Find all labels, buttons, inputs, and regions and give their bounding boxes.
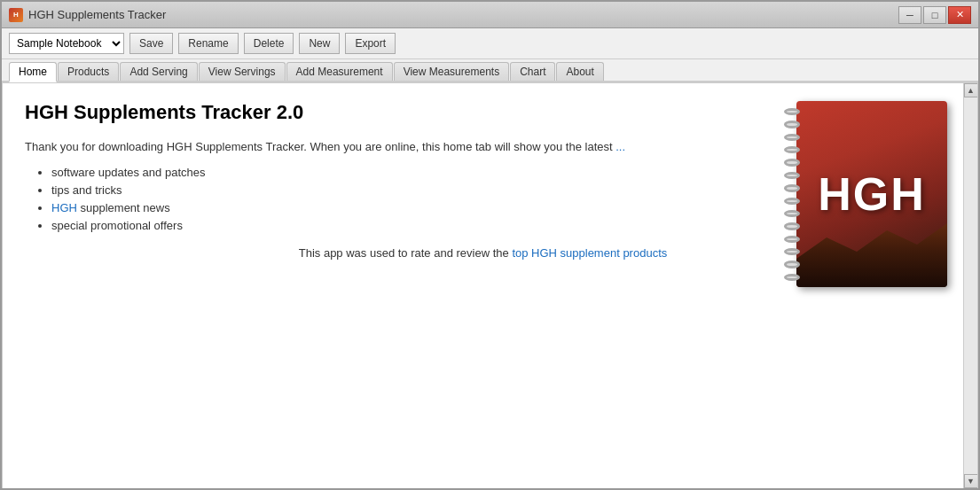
spiral-ring — [784, 184, 800, 191]
tab-home[interactable]: Home — [9, 62, 57, 82]
feature-text-4: special promotional offers — [51, 219, 183, 232]
book-terrain — [796, 216, 947, 287]
delete-button[interactable]: Delete — [244, 33, 294, 54]
notebook-logo: HGH — [782, 101, 946, 287]
spiral-ring — [784, 261, 800, 268]
spiral-ring — [784, 108, 800, 115]
spiral-ring — [784, 159, 800, 166]
rename-button[interactable]: Rename — [178, 33, 238, 54]
spiral-container — [782, 108, 802, 281]
spiral-ring — [784, 274, 800, 281]
spiral-ring — [784, 172, 800, 179]
logo-area: HGH — [782, 101, 951, 287]
minimize-button[interactable]: ─ — [898, 6, 921, 24]
content-area: HGH Supplements Tracker 2.0 Thank you fo… — [2, 82, 978, 489]
close-button[interactable]: ✕ — [948, 6, 971, 24]
tab-view-servings[interactable]: View Servings — [199, 62, 286, 81]
spiral-ring — [784, 198, 800, 205]
export-button[interactable]: Export — [345, 33, 396, 54]
feature-text-3: supplement news — [77, 201, 170, 214]
hgh-link[interactable]: HGH — [51, 201, 77, 214]
intro-ellipsis: ... — [615, 140, 625, 153]
save-button[interactable]: Save — [129, 33, 173, 54]
notebook-select[interactable]: Sample Notebook — [9, 33, 124, 54]
tab-add-serving[interactable]: Add Serving — [120, 62, 197, 81]
tab-about[interactable]: About — [556, 62, 603, 81]
spiral-ring — [784, 146, 800, 153]
app-icon: H — [9, 8, 23, 22]
window-title: HGH Supplements Tracker — [28, 8, 166, 21]
scroll-down-arrow[interactable]: ▼ — [964, 474, 978, 488]
bottom-prefix: This app was used to rate and review the — [299, 246, 513, 260]
tab-products[interactable]: Products — [58, 62, 119, 81]
feature-text-2: tips and tricks — [51, 183, 122, 197]
feature-text-1: software updates and patches — [51, 166, 205, 179]
spiral-ring — [784, 210, 800, 217]
spiral-ring — [784, 121, 800, 128]
scroll-track[interactable] — [964, 97, 977, 474]
new-button[interactable]: New — [299, 33, 340, 54]
maximize-button[interactable]: □ — [923, 6, 946, 24]
book-cover-text: HGH — [818, 167, 926, 221]
main-content: HGH Supplements Tracker 2.0 Thank you fo… — [3, 83, 963, 488]
title-bar-left: H HGH Supplements Tracker — [9, 8, 166, 22]
top-products-link[interactable]: top HGH supplement products — [512, 246, 667, 260]
spiral-ring — [784, 236, 800, 243]
spiral-ring — [784, 222, 800, 229]
scrollbar-right[interactable]: ▲ ▼ — [963, 83, 977, 488]
spiral-ring — [784, 134, 800, 141]
book-cover: HGH — [796, 101, 947, 287]
intro-line1: Thank you for downloading HGH Supplement… — [25, 140, 615, 153]
title-bar: H HGH Supplements Tracker ─ □ ✕ — [2, 2, 978, 28]
tab-bar: Home Products Add Serving View Servings … — [2, 59, 978, 82]
tab-view-measurements[interactable]: View Measurements — [394, 62, 510, 81]
scroll-up-arrow[interactable]: ▲ — [964, 83, 978, 97]
tab-chart[interactable]: Chart — [510, 62, 555, 81]
toolbar: Sample Notebook Save Rename Delete New E… — [2, 28, 978, 59]
window-controls: ─ □ ✕ — [898, 6, 971, 24]
spiral-ring — [784, 248, 800, 255]
tab-add-measurement[interactable]: Add Measurement — [286, 62, 393, 81]
